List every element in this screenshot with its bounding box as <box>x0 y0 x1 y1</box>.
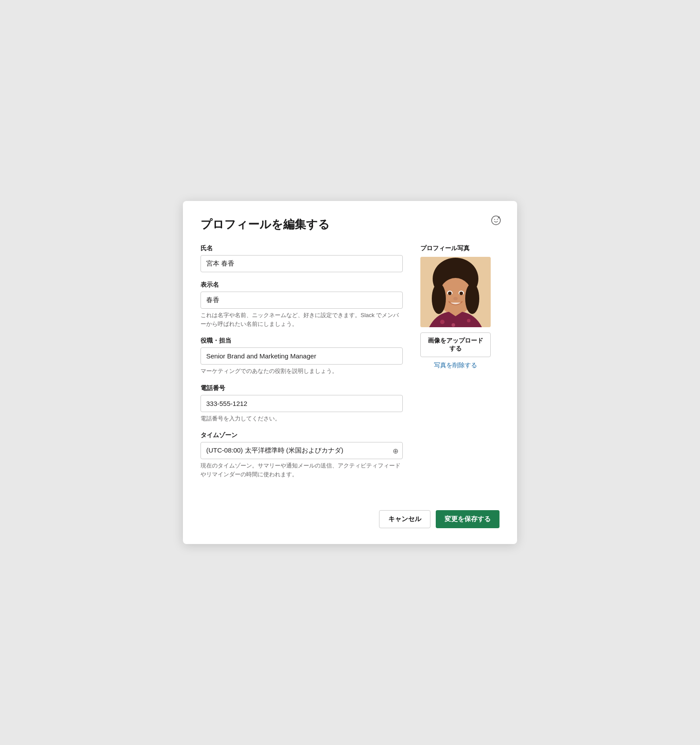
timezone-label: タイムゾーン <box>201 431 403 439</box>
display-name-hint: これは名字や名前、ニックネームなど、好きに設定できます。Slack でメンバーか… <box>201 311 403 328</box>
display-name-label: 表示名 <box>201 281 403 289</box>
upload-photo-button[interactable]: 画像をアップロードする <box>420 332 491 357</box>
timezone-input-wrapper: ⊕ <box>201 442 403 459</box>
phone-hint: 電話番号を入力してください。 <box>201 414 403 423</box>
edit-profile-dialog: プロフィールを編集する 氏名 表示名 これは名字や名前、ニックネームなど、好きに… <box>183 201 517 544</box>
role-input[interactable] <box>201 347 403 365</box>
role-group: 役職・担当 マーケティングでのあなたの役割を説明しましょう。 <box>201 337 403 376</box>
form-layout: 氏名 表示名 これは名字や名前、ニックネームなど、好きに設定できます。Slack… <box>201 245 499 487</box>
delete-photo-button[interactable]: 写真を削除する <box>420 362 491 369</box>
svg-point-14 <box>440 320 445 324</box>
full-name-group: 氏名 <box>201 245 403 272</box>
timezone-hint: 現在のタイムゾーン。サマリーや通知メールの送信、アクティビティフィードやリマイン… <box>201 461 403 478</box>
phone-input[interactable] <box>201 395 403 412</box>
profile-photo-section: プロフィール写真 <box>420 245 499 487</box>
timezone-input[interactable] <box>201 442 403 459</box>
svg-point-13 <box>453 297 458 300</box>
role-label: 役職・担当 <box>201 337 403 345</box>
svg-point-8 <box>465 283 479 314</box>
svg-point-16 <box>452 323 455 327</box>
save-button[interactable]: 変更を保存する <box>436 510 499 528</box>
timezone-group: タイムゾーン ⊕ 現在のタイムゾーン。サマリーや通知メールの送信、アクティビティ… <box>201 431 403 478</box>
phone-label: 電話番号 <box>201 384 403 392</box>
display-name-group: 表示名 これは名字や名前、ニックネームなど、好きに設定できます。Slack でメ… <box>201 281 403 328</box>
page-title: プロフィールを編集する <box>201 217 499 232</box>
phone-group: 電話番号 電話番号を入力してください。 <box>201 384 403 423</box>
form-left: 氏名 表示名 これは名字や名前、ニックネームなど、好きに設定できます。Slack… <box>201 245 403 487</box>
display-name-input[interactable] <box>201 292 403 309</box>
svg-point-7 <box>432 283 446 314</box>
profile-photo-label: プロフィール写真 <box>420 245 499 252</box>
full-name-input[interactable] <box>201 255 403 272</box>
svg-point-15 <box>467 319 470 322</box>
form-footer: キャンセル 変更を保存する <box>201 501 499 528</box>
svg-point-1 <box>494 219 495 220</box>
svg-point-12 <box>459 292 463 295</box>
role-hint: マーケティングでのあなたの役割を説明しましょう。 <box>201 367 403 376</box>
svg-point-11 <box>448 292 452 295</box>
profile-photo-image <box>420 257 491 327</box>
svg-point-2 <box>497 219 498 220</box>
full-name-label: 氏名 <box>201 245 403 252</box>
cancel-button[interactable]: キャンセル <box>379 510 430 528</box>
emoji-icon-button[interactable] <box>489 213 503 230</box>
